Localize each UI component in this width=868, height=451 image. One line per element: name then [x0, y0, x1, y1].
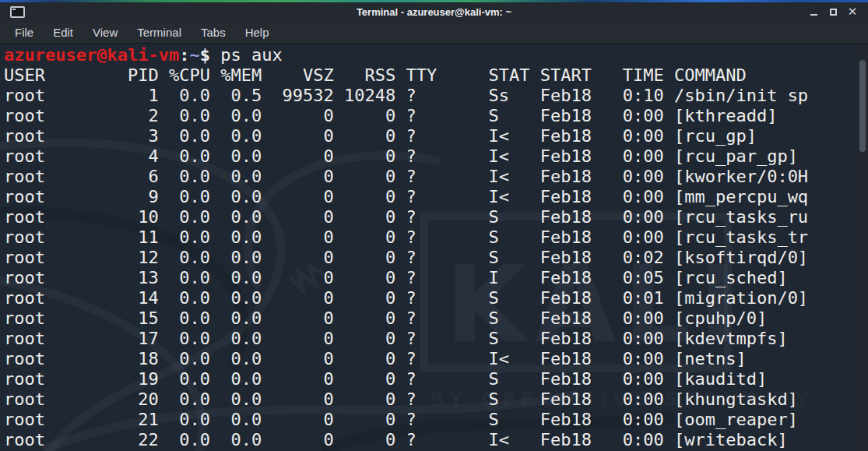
- ps-row: root 21 0.0 0.0 0 0 ? S Feb18 0:00 [oom_…: [4, 410, 868, 430]
- ps-row: root 3 0.0 0.0 0 0 ? I< Feb18 0:00 [rcu_…: [4, 126, 868, 146]
- maximize-button[interactable]: [827, 6, 839, 19]
- titlebar[interactable]: Terminal - azureuser@kali-vm: ~ ✕: [0, 2, 868, 22]
- menubar: File Edit View Terminal Tabs Help: [0, 22, 868, 44]
- terminal-viewport[interactable]: KALI BY OFFENSIVE SECURITY azureuser@kal…: [0, 44, 868, 451]
- close-icon: ✕: [848, 6, 858, 18]
- menu-item-help[interactable]: Help: [237, 23, 277, 41]
- ps-row: root 11 0.0 0.0 0 0 ? S Feb18 0:00 [rcu_…: [4, 227, 868, 248]
- ps-row: root 12 0.0 0.0 0 0 ? S Feb18 0:02 [ksof…: [4, 248, 868, 268]
- ps-row: root 18 0.0 0.0 0 0 ? I< Feb18 0:00 [net…: [4, 349, 868, 369]
- ps-row: root 4 0.0 0.0 0 0 ? I< Feb18 0:00 [rcu_…: [4, 146, 868, 167]
- ps-row: root 15 0.0 0.0 0 0 ? S Feb18 0:00 [cpuh…: [4, 308, 868, 329]
- ps-row: root 1 0.0 0.5 99532 10248 ? Ss Feb18 0:…: [4, 86, 868, 106]
- ps-row: root 17 0.0 0.0 0 0 ? S Feb18 0:00 [kdev…: [4, 329, 868, 349]
- ps-row: root 22 0.0 0.0 0 0 ? I< Feb18 0:00 [wri…: [4, 430, 868, 450]
- ps-row: root 20 0.0 0.0 0 0 ? S Feb18 0:00 [khun…: [4, 389, 868, 410]
- terminal-icon: [12, 9, 16, 10]
- ps-row: root 6 0.0 0.0 0 0 ? I< Feb18 0:00 [kwor…: [4, 167, 868, 187]
- minimize-icon: [810, 14, 817, 16]
- ps-row: root 13 0.0 0.0 0 0 ? I Feb18 0:05 [rcu_…: [4, 268, 868, 288]
- ps-output: USER PID %CPU %MEM VSZ RSS TTY STAT STAR…: [4, 65, 868, 450]
- prompt-path: ~: [189, 45, 199, 65]
- prompt-dollar: $: [200, 45, 210, 65]
- terminal-window: Terminal - azureuser@kali-vm: ~ ✕ File E…: [0, 0, 868, 451]
- minimize-button[interactable]: [807, 6, 820, 19]
- menu-item-tabs[interactable]: Tabs: [193, 23, 234, 41]
- terminal-app-icon[interactable]: [10, 6, 25, 18]
- ps-row: root 2 0.0 0.0 0 0 ? S Feb18 0:00 [kthre…: [4, 106, 868, 126]
- ps-row: root 9 0.0 0.0 0 0 ? I< Feb18 0:00 [mm_p…: [4, 187, 868, 207]
- maximize-icon: [830, 9, 837, 16]
- window-title: Terminal - azureuser@kali-vm: ~: [0, 6, 868, 18]
- window-controls: ✕: [807, 6, 868, 19]
- typed-command: ps aux: [210, 45, 283, 65]
- ps-row: root 10 0.0 0.0 0 0 ? S Feb18 0:00 [rcu_…: [4, 207, 868, 227]
- terminal-content: azureuser@kali-vm:~$ ps aux USER PID %CP…: [0, 44, 868, 450]
- prompt-colon: :: [179, 45, 189, 65]
- ps-header: USER PID %CPU %MEM VSZ RSS TTY STAT STAR…: [4, 65, 868, 86]
- scrollbar-thumb[interactable]: [859, 60, 866, 152]
- menu-item-view[interactable]: View: [85, 23, 125, 41]
- prompt-user-host: azureuser@kali-vm: [4, 45, 179, 65]
- menu-item-file[interactable]: File: [7, 23, 41, 41]
- ps-row: root 19 0.0 0.0 0 0 ? S Feb18 0:00 [kaud…: [4, 369, 868, 389]
- menu-item-edit[interactable]: Edit: [45, 23, 81, 41]
- scrollbar[interactable]: [857, 44, 868, 451]
- prompt-line: azureuser@kali-vm:~$ ps aux: [4, 45, 868, 65]
- close-button[interactable]: ✕: [846, 6, 859, 19]
- menu-item-terminal[interactable]: Terminal: [129, 23, 189, 41]
- ps-row: root 14 0.0 0.0 0 0 ? S Feb18 0:01 [migr…: [4, 288, 868, 308]
